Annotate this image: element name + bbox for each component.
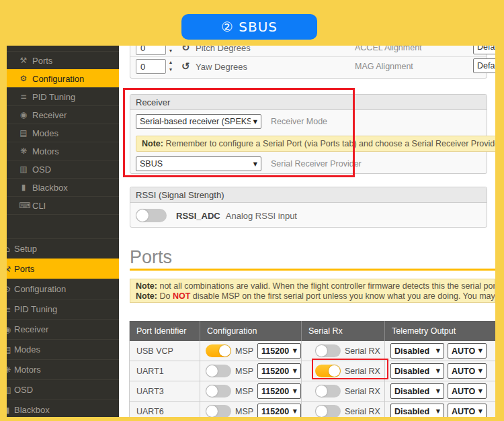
- sidebar-item-ports[interactable]: ⚒Ports: [7, 259, 119, 279]
- serial-rx-label: Serial RX: [345, 346, 380, 356]
- header-serial-rx: Serial Rx: [302, 321, 385, 341]
- pitch-degrees-input[interactable]: 0: [136, 46, 166, 55]
- serial-rx-toggle[interactable]: [315, 365, 341, 377]
- telemetry-baud-select[interactable]: AUTO▼: [448, 363, 487, 379]
- sidebar-item-modes[interactable]: ▤Modes: [7, 339, 119, 359]
- serial-rx-cell: Serial RX: [302, 381, 385, 401]
- serial-rx-toggle[interactable]: [315, 385, 341, 397]
- chevron-down-icon: ▼: [478, 348, 482, 354]
- telemetry-select[interactable]: Disabled▼: [390, 343, 444, 359]
- serial-rx-label: Serial RX: [345, 407, 380, 416]
- sidebar-item-ports[interactable]: ⚒Ports: [7, 51, 119, 69]
- sidebar-item-cli[interactable]: ⌨CLI: [7, 196, 119, 214]
- baud-select[interactable]: 115200▼: [257, 383, 301, 399]
- sidebar-item-label: OSD: [32, 165, 51, 175]
- sidebar-gap: [7, 214, 119, 238]
- heading-underline: [130, 269, 495, 271]
- sidebar-item-blackbox[interactable]: ▮Blackbox: [7, 178, 119, 196]
- serial-rx-toggle[interactable]: [315, 344, 341, 357]
- sidebar-item-label: Receiver: [14, 324, 48, 334]
- sidebar-item-modes[interactable]: ▤Modes: [7, 124, 119, 142]
- sidebar: ⚒Ports⚙Configuration≡PID Tuning◉Receiver…: [7, 46, 119, 417]
- sidebar-item-osd[interactable]: ▥OSD: [7, 379, 119, 400]
- serial-rx-label: Serial RX: [345, 387, 380, 396]
- rssi-panel-title: RSSI (Signal Strength): [130, 187, 487, 203]
- rssi-adc-label: RSSI_ADC: [176, 211, 220, 221]
- toggle-knob: [206, 365, 218, 377]
- sidebar-item-motors[interactable]: ❋Motors: [7, 359, 119, 379]
- select-value: 115200: [261, 387, 289, 396]
- chevron-down-icon: ▼: [436, 348, 440, 354]
- sidebar-item-receiver[interactable]: ◉Receiver: [7, 319, 119, 339]
- sidebar-item-motors[interactable]: ❋Motors: [7, 142, 119, 160]
- baud-select[interactable]: 115200▼: [257, 404, 301, 417]
- sidebar-item-pid-tuning[interactable]: ≡PID Tuning: [7, 299, 119, 319]
- sidebar-item-blackbox[interactable]: ▮Blackbox: [7, 400, 119, 417]
- telemetry-select[interactable]: Disabled▼: [390, 363, 444, 379]
- sidebar-item-label: Modes: [14, 344, 40, 355]
- sidebar-item-pid-tuning[interactable]: ≡PID Tuning: [7, 87, 119, 105]
- sidebar-item-setup[interactable]: ⌂Setup: [7, 238, 119, 259]
- pitch-stepper[interactable]: ▴▾: [169, 46, 172, 54]
- sidebar-item-label: OSD: [14, 385, 33, 395]
- msp-toggle[interactable]: [206, 365, 231, 377]
- toggle-knob: [316, 406, 327, 417]
- toggle-knob: [316, 345, 327, 357]
- sidebar-item-osd[interactable]: ▥OSD: [7, 160, 119, 178]
- serial-rx-toggle[interactable]: [315, 405, 341, 417]
- telemetry-baud-select[interactable]: AUTO▼: [448, 383, 487, 399]
- sidebar-group-top: ⚒Ports⚙Configuration≡PID Tuning◉Receiver…: [7, 51, 119, 214]
- msp-toggle[interactable]: [206, 405, 231, 417]
- sidebar-item-label: PID Tuning: [14, 304, 57, 314]
- telemetry-select[interactable]: Disabled▼: [390, 404, 444, 417]
- baud-select[interactable]: 115200▼: [257, 363, 301, 379]
- ports-page-title: Ports: [130, 247, 172, 268]
- rssi-toggle-row: RSSI_ADC Analog RSSI input: [130, 203, 487, 228]
- header-port-identifier: Port Identifier: [130, 321, 200, 341]
- sidebar-item-receiver[interactable]: ◉Receiver: [7, 105, 119, 124]
- chevron-down-icon: ▼: [293, 368, 297, 374]
- baud-select[interactable]: 115200▼: [257, 343, 301, 359]
- sidebar-item-label: Setup: [14, 244, 37, 254]
- header-configuration: Configuration: [200, 321, 302, 341]
- serial-rx-cell: Serial RX: [302, 341, 385, 361]
- toggle-knob: [206, 385, 218, 397]
- stepper-down-icon[interactable]: ▾: [169, 47, 172, 54]
- yaw-degrees-input[interactable]: 0: [136, 59, 166, 74]
- telemetry-output-cell: Disabled▼AUTO▼: [385, 381, 495, 401]
- configurator-window: ⚒Ports⚙Configuration≡PID Tuning◉Receiver…: [7, 46, 495, 417]
- ports-note-line: Note: not all combinations are valid. Wh…: [136, 281, 489, 291]
- mag-alignment-select[interactable]: Default▼: [473, 58, 495, 73]
- stepper-up-icon[interactable]: ▴: [169, 58, 172, 66]
- yaw-degrees-row: 0 ▴▾ ↺ Yaw Degrees MAG Alignment Default…: [130, 57, 487, 76]
- motors-icon: ❋: [19, 146, 28, 156]
- board-alignment-panel: 0 ▴▾ ↻ Pitch Degrees ACCEL Alignment Def…: [130, 46, 487, 79]
- serial-receiver-provider-label: Serial Receiver Provider: [271, 159, 362, 169]
- receiver-mode-label: Receiver Mode: [271, 117, 327, 126]
- stepper-down-icon[interactable]: ▾: [169, 66, 172, 73]
- msp-toggle[interactable]: [206, 385, 231, 397]
- osd-icon: ▥: [7, 385, 12, 395]
- serial-rx-cell: Serial RX: [302, 402, 385, 417]
- rssi-adc-toggle[interactable]: [136, 209, 167, 222]
- serial-receiver-provider-select[interactable]: SBUS▼: [136, 156, 261, 171]
- select-value: Disabled: [394, 407, 429, 416]
- accel-alignment-label: ACCEL Alignment: [355, 46, 422, 52]
- telemetry-baud-select[interactable]: AUTO▼: [448, 404, 487, 417]
- telemetry-baud-select[interactable]: AUTO▼: [448, 343, 487, 359]
- accel-alignment-select[interactable]: Default▼: [473, 46, 495, 54]
- yaw-stepper[interactable]: ▴▾: [169, 58, 172, 73]
- msp-toggle[interactable]: [206, 344, 231, 357]
- toggle-knob: [219, 345, 230, 357]
- mag-alignment-label: MAG Alignment: [355, 62, 413, 71]
- sidebar-item-configuration[interactable]: ⚙Configuration: [7, 279, 119, 299]
- step-badge-label: ② SBUS: [221, 19, 278, 35]
- sidebar-item-label: PID Tuning: [32, 92, 75, 102]
- table-row-uart3: UART3MSP115200▼Serial RXDisabled▼AUTO▼: [130, 381, 495, 402]
- wrench-icon: ⚒: [7, 265, 12, 274]
- sidebar-item-configuration[interactable]: ⚙Configuration: [7, 69, 119, 87]
- receiver-mode-select[interactable]: Serial-based receiver (SPEKSAT, S▼: [136, 114, 261, 129]
- gear-icon: ⚙: [7, 285, 12, 294]
- msp-label: MSP: [235, 407, 253, 416]
- telemetry-select[interactable]: Disabled▼: [390, 383, 444, 399]
